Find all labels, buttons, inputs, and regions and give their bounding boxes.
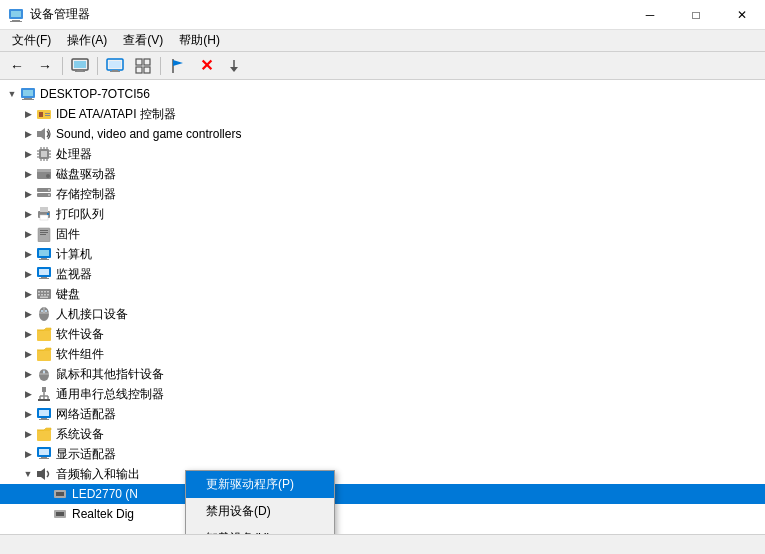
menu-file[interactable]: 文件(F) bbox=[4, 30, 59, 51]
sound-expander[interactable]: ▶ bbox=[20, 126, 36, 142]
toolbar-screen-button[interactable] bbox=[67, 54, 93, 78]
ide-label: IDE ATA/ATAPI 控制器 bbox=[56, 106, 176, 123]
tree-item-hid[interactable]: ▶ 人机接口设备 bbox=[0, 304, 765, 324]
swdev-expander[interactable]: ▶ bbox=[20, 326, 36, 342]
status-bar bbox=[0, 534, 765, 554]
monitor-icon bbox=[36, 266, 52, 282]
toolbar-grid-button[interactable] bbox=[130, 54, 156, 78]
window: 设备管理器 ─ □ ✕ 文件(F) 操作(A) 查看(V) 帮助(H) ← → bbox=[0, 0, 765, 554]
tree-item-swcomp[interactable]: ▶ 软件组件 bbox=[0, 344, 765, 364]
svg-rect-71 bbox=[38, 294, 40, 296]
svg-rect-102 bbox=[37, 430, 51, 441]
device-tree[interactable]: ▼ DESKTOP-7OTCI56 ▶ bbox=[0, 80, 765, 534]
svg-rect-75 bbox=[40, 297, 48, 299]
context-menu-item-uninstall[interactable]: 卸载设备(U) bbox=[186, 525, 334, 534]
audio-label: 音频输入和输出 bbox=[56, 466, 140, 483]
forward-button[interactable]: → bbox=[32, 54, 58, 78]
sys-icon bbox=[36, 426, 52, 442]
back-button[interactable]: ← bbox=[4, 54, 30, 78]
display-expander[interactable]: ▶ bbox=[20, 446, 36, 462]
storage-expander[interactable]: ▶ bbox=[20, 186, 36, 202]
menu-view[interactable]: 查看(V) bbox=[115, 30, 171, 51]
keyboard-label: 键盘 bbox=[56, 286, 80, 303]
menu-action[interactable]: 操作(A) bbox=[59, 30, 115, 51]
svg-point-79 bbox=[41, 310, 43, 312]
cpu-icon bbox=[36, 146, 52, 162]
toolbar-monitor-button[interactable] bbox=[102, 54, 128, 78]
svg-rect-22 bbox=[24, 98, 32, 99]
print-expander[interactable]: ▶ bbox=[20, 206, 36, 222]
toolbar-delete-button[interactable]: ✕ bbox=[193, 54, 219, 78]
svg-rect-97 bbox=[46, 399, 50, 401]
tree-item-firmware[interactable]: ▶ 固件 bbox=[0, 224, 765, 244]
tree-item-storage[interactable]: ▶ 存储控制器 bbox=[0, 184, 765, 204]
minimize-button[interactable]: ─ bbox=[627, 0, 673, 30]
tree-item-net[interactable]: ▶ 网络适配器 bbox=[0, 404, 765, 424]
svg-marker-19 bbox=[230, 67, 238, 72]
monitor-expander[interactable]: ▶ bbox=[20, 266, 36, 282]
svg-rect-9 bbox=[109, 61, 121, 68]
svg-rect-13 bbox=[144, 59, 150, 65]
display-icon bbox=[36, 446, 52, 462]
monitor-label: 监视器 bbox=[56, 266, 92, 283]
computer-expander[interactable]: ▶ bbox=[20, 246, 36, 262]
net-expander[interactable]: ▶ bbox=[20, 406, 36, 422]
tree-item-serial[interactable]: ▶ 通用串行总线控制器 bbox=[0, 384, 765, 404]
keyboard-expander[interactable]: ▶ bbox=[20, 286, 36, 302]
tree-item-mouse[interactable]: ▶ 鼠标和其他指针设备 bbox=[0, 364, 765, 384]
tree-item-keyboard[interactable]: ▶ 键盘 bbox=[0, 284, 765, 304]
svg-rect-110 bbox=[56, 492, 64, 496]
context-menu-item-update[interactable]: 更新驱动程序(P) bbox=[186, 471, 334, 498]
context-menu-item-disable[interactable]: 禁用设备(D) bbox=[186, 498, 334, 525]
svg-rect-107 bbox=[39, 458, 49, 459]
tree-item-audio[interactable]: ▼ 音频输入和输出 bbox=[0, 464, 765, 484]
svg-point-49 bbox=[48, 194, 50, 196]
swdev-icon bbox=[36, 326, 52, 342]
tree-item-led2770[interactable]: ▶ LED2770 (N bbox=[0, 484, 765, 504]
serial-expander[interactable]: ▶ bbox=[20, 386, 36, 402]
tree-item-sound[interactable]: ▶ Sound, video and game controllers bbox=[0, 124, 765, 144]
audio-expander[interactable]: ▼ bbox=[20, 466, 36, 482]
close-button[interactable]: ✕ bbox=[719, 0, 765, 30]
svg-rect-67 bbox=[38, 291, 40, 293]
serial-icon bbox=[36, 386, 52, 402]
tree-item-print[interactable]: ▶ 打印队列 bbox=[0, 204, 765, 224]
firmware-expander[interactable]: ▶ bbox=[20, 226, 36, 242]
mouse-icon bbox=[36, 366, 52, 382]
swcomp-expander[interactable]: ▶ bbox=[20, 346, 36, 362]
serial-label: 通用串行总线控制器 bbox=[56, 386, 164, 403]
svg-rect-65 bbox=[39, 278, 49, 279]
firmware-icon bbox=[36, 226, 52, 242]
tree-item-display[interactable]: ▶ 显示适配器 bbox=[0, 444, 765, 464]
ide-expander[interactable]: ▶ bbox=[20, 106, 36, 122]
tree-item-swdev[interactable]: ▶ 软件设备 bbox=[0, 324, 765, 344]
toolbar-sep-3 bbox=[160, 57, 161, 75]
sys-expander[interactable]: ▶ bbox=[20, 426, 36, 442]
display-label: 显示适配器 bbox=[56, 446, 116, 463]
mouse-expander[interactable]: ▶ bbox=[20, 366, 36, 382]
disk-expander[interactable]: ▶ bbox=[20, 166, 36, 182]
root-expander[interactable]: ▼ bbox=[4, 86, 20, 102]
menu-help[interactable]: 帮助(H) bbox=[171, 30, 228, 51]
svg-rect-61 bbox=[39, 259, 49, 260]
led2770-label: LED2770 (N bbox=[72, 487, 138, 501]
tree-item-ide[interactable]: ▶ IDE ATA/ATAPI 控制器 bbox=[0, 104, 765, 124]
tree-item-computer[interactable]: ▶ 计算机 bbox=[0, 244, 765, 264]
svg-marker-28 bbox=[37, 128, 45, 140]
tree-item-disk[interactable]: ▶ 磁盘驱动器 bbox=[0, 164, 765, 184]
tree-item-sys[interactable]: ▶ 系统设备 bbox=[0, 424, 765, 444]
maximize-button[interactable]: □ bbox=[673, 0, 719, 30]
tree-item-realtek[interactable]: ▶ Realtek Dig bbox=[0, 504, 765, 524]
svg-rect-100 bbox=[41, 418, 47, 419]
hid-expander[interactable]: ▶ bbox=[20, 306, 36, 322]
realtek-expander: ▶ bbox=[36, 506, 52, 522]
cpu-expander[interactable]: ▶ bbox=[20, 146, 36, 162]
toolbar-update-button[interactable] bbox=[221, 54, 247, 78]
window-icon bbox=[8, 7, 24, 23]
tree-item-cpu[interactable]: ▶ bbox=[0, 144, 765, 164]
svg-rect-44 bbox=[37, 169, 51, 172]
svg-rect-27 bbox=[45, 115, 50, 116]
toolbar-flag-button[interactable] bbox=[165, 54, 191, 78]
tree-root[interactable]: ▼ DESKTOP-7OTCI56 bbox=[0, 84, 765, 104]
tree-item-monitor[interactable]: ▶ 监视器 bbox=[0, 264, 765, 284]
